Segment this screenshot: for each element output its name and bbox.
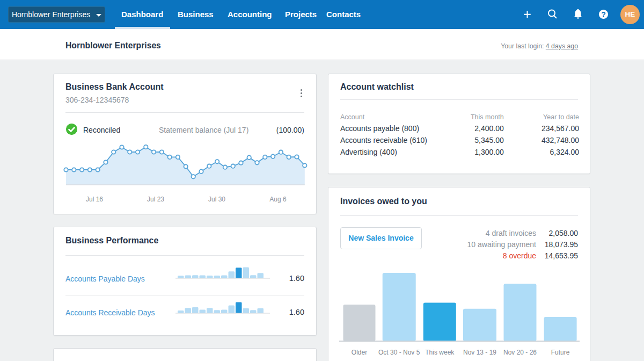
svg-text:?: ? — [601, 10, 606, 19]
